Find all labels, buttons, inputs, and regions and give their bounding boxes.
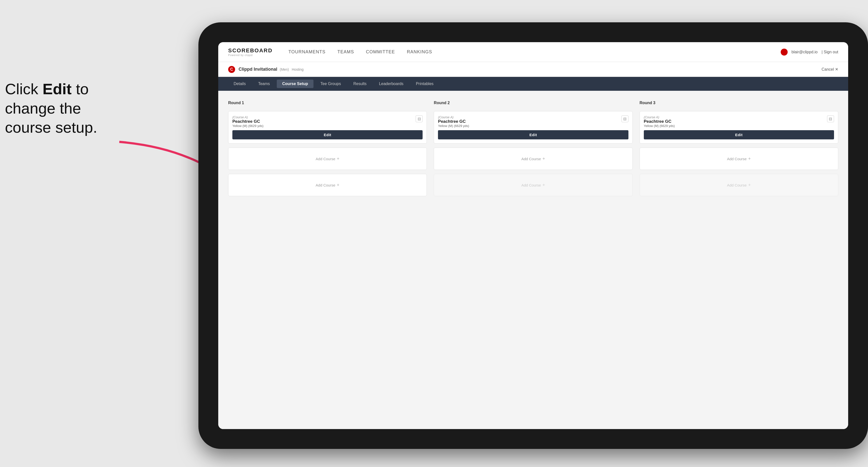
add-plus-icon-r3: + [748,156,751,161]
course-card-header-2: (Course A) Peachtree GC Yellow (M) (6629… [438,115,628,128]
course-name-3: Peachtree GC [644,119,675,124]
add-plus-icon: + [337,156,340,161]
course-tag-3: (Course A) [644,115,675,119]
event-title: Clippd Invitational [239,67,277,72]
course-name-2: Peachtree GC [438,119,469,124]
round-1-label: Round 1 [228,101,427,105]
course-tag-2: (Course A) [438,115,469,119]
round-3-add-course-2: Add Course + [640,174,838,196]
round-2-add-course-2: Add Course + [434,174,632,196]
add-plus-icon-r3-2: + [748,183,751,188]
add-course-text-2: Add Course + [316,183,340,188]
main-content: Round 1 (Course A) Peachtree GC Yellow (… [218,91,848,429]
rounds-grid: Round 1 (Course A) Peachtree GC Yellow (… [228,101,838,196]
add-plus-icon-r2-2: + [542,183,545,188]
nav-tournaments[interactable]: TOURNAMENTS [287,49,327,55]
course-delete-button[interactable]: ⊟ [416,115,423,122]
add-course-text-r3: Add Course + [727,156,751,161]
course-details-3: Yellow (M) (6629 yds) [644,124,675,128]
course-info: (Course A) Peachtree GC Yellow (M) (6629… [232,115,264,128]
tab-course-setup[interactable]: Course Setup [277,80,313,88]
round-1-edit-button[interactable]: Edit [232,130,423,139]
round-1-course-card: (Course A) Peachtree GC Yellow (M) (6629… [228,111,427,144]
add-plus-icon-2: + [337,183,340,188]
logo-sub: Powered by clippd [228,54,273,57]
course-name: Peachtree GC [232,119,264,124]
tab-leaderboards[interactable]: Leaderboards [373,80,409,88]
course-card-header-3: (Course A) Peachtree GC Yellow (M) (6629… [644,115,834,128]
course-details-2: Yellow (M) (6629 yds) [438,124,469,128]
nav-links: TOURNAMENTS TEAMS COMMITTEE RANKINGS [287,49,781,55]
sign-out-link[interactable]: | Sign out [822,50,838,54]
brand-logo: C [228,66,235,73]
tab-tee-groups[interactable]: Tee Groups [315,80,346,88]
add-course-text: Add Course + [316,156,340,161]
top-nav: SCOREBOARD Powered by clippd TOURNAMENTS… [218,42,848,62]
event-badge: (Men) [280,67,289,71]
course-delete-button-2[interactable]: ⊟ [621,115,628,122]
add-course-text-r2-2: Add Course + [521,183,545,188]
round-2-edit-button[interactable]: Edit [438,130,628,139]
course-info-2: (Course A) Peachtree GC Yellow (M) (6629… [438,115,469,128]
round-2-course-card: (Course A) Peachtree GC Yellow (M) (6629… [434,111,632,144]
tab-results[interactable]: Results [348,80,372,88]
course-delete-button-3[interactable]: ⊟ [827,115,834,122]
course-details: Yellow (M) (6629 yds) [232,124,264,128]
course-tag: (Course A) [232,115,264,119]
nav-rankings[interactable]: RANKINGS [406,49,433,55]
tablet-screen: SCOREBOARD Powered by clippd TOURNAMENTS… [218,42,848,429]
round-3-column: Round 3 (Course A) Peachtree GC Yellow (… [640,101,838,196]
round-3-course-card: (Course A) Peachtree GC Yellow (M) (6629… [640,111,838,144]
tab-bar: Details Teams Course Setup Tee Groups Re… [218,77,848,91]
round-1-column: Round 1 (Course A) Peachtree GC Yellow (… [228,101,427,196]
user-avatar [781,49,788,56]
scoreboard-logo: SCOREBOARD [228,48,273,54]
round-3-edit-button[interactable]: Edit [644,130,834,139]
user-email: blair@clippd.io [792,50,818,54]
event-tag: Hosting [292,67,304,71]
round-1-add-course-1[interactable]: Add Course + [228,148,427,170]
course-info-3: (Course A) Peachtree GC Yellow (M) (6629… [644,115,675,128]
sub-header: C Clippd Invitational (Men) Hosting Canc… [218,62,848,77]
round-2-label: Round 2 [434,101,632,105]
add-course-text-r2: Add Course + [521,156,545,161]
round-1-add-course-2[interactable]: Add Course + [228,174,427,196]
nav-right: blair@clippd.io | Sign out [781,49,838,56]
add-course-text-r3-2: Add Course + [727,183,751,188]
cancel-button[interactable]: Cancel ✕ [822,67,838,72]
round-3-add-course-1[interactable]: Add Course + [640,148,838,170]
tablet-device: SCOREBOARD Powered by clippd TOURNAMENTS… [198,22,868,449]
edit-emphasis: Edit [43,80,72,97]
round-2-add-course-1[interactable]: Add Course + [434,148,632,170]
round-3-label: Round 3 [640,101,838,105]
nav-teams[interactable]: TEAMS [337,49,355,55]
tab-details[interactable]: Details [228,80,251,88]
nav-committee[interactable]: COMMITTEE [365,49,396,55]
course-card-header: (Course A) Peachtree GC Yellow (M) (6629… [232,115,423,128]
tab-printables[interactable]: Printables [410,80,439,88]
instruction-text: Click Edit tochange thecourse setup. [5,80,97,137]
tab-teams[interactable]: Teams [253,80,275,88]
round-2-column: Round 2 (Course A) Peachtree GC Yellow (… [434,101,632,196]
logo-area: SCOREBOARD Powered by clippd [228,48,273,57]
add-plus-icon-r2: + [542,156,545,161]
